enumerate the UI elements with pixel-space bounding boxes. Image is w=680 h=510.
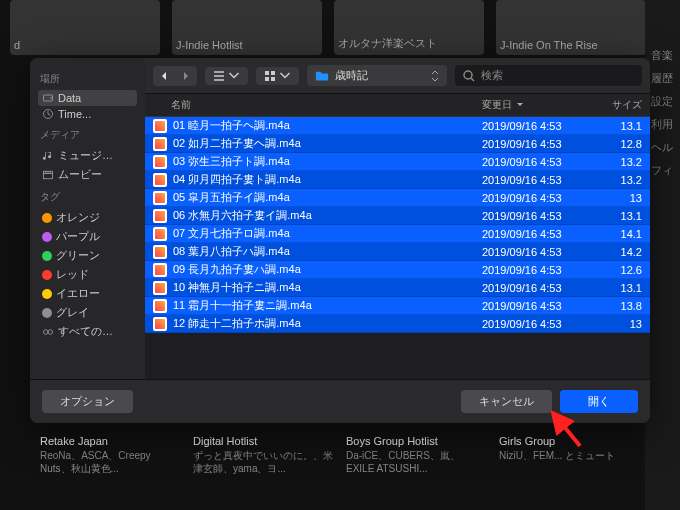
file-size: 13.1 [602,210,642,222]
file-date: 2019/09/16 4:53 [482,228,602,240]
audio-file-icon [153,191,167,205]
sidebar: 場所 DataTime... メディア ミュージ…ムービー タグ オレンジパープ… [30,58,145,379]
file-name: 03 弥生三拍子ト調.m4a [173,154,482,169]
tag-dot-icon [42,213,52,223]
svg-rect-8 [265,77,269,81]
bg-album: Digital Hotlistずっと真夜中でいいのに。、米津玄師、yama、ヨ.… [193,435,334,510]
file-row[interactable]: 11 霜月十一拍子婁ニ調.m4a2019/09/16 4:5313.8 [145,297,650,315]
bg-right-item: 利用 [651,117,674,132]
file-row[interactable]: 05 皐月五拍子イ調.m4a2019/09/16 4:5313 [145,189,650,207]
sidebar-item-パープル[interactable]: パープル [38,227,137,246]
open-button[interactable]: 開く [560,390,638,413]
svg-rect-6 [265,71,269,75]
audio-file-icon [153,119,167,133]
sidebar-item-label: イエロー [56,286,100,301]
file-row[interactable]: 01 睦月一拍子ヘ調.m4a2019/09/16 4:5313.1 [145,117,650,135]
audio-file-icon [153,281,167,295]
tag-dot-icon [42,270,52,280]
audio-file-icon [153,173,167,187]
file-date: 2019/09/16 4:53 [482,300,602,312]
dialog-footer: オプション キャンセル 開く [30,379,650,423]
svg-point-1 [50,97,52,99]
file-row[interactable]: 12 師走十二拍子ホ調.m4a2019/09/16 4:5313 [145,315,650,333]
file-row[interactable]: 03 弥生三拍子ト調.m4a2019/09/16 4:5313.2 [145,153,650,171]
tag-dot-icon [42,232,52,242]
file-name: 01 睦月一拍子ヘ調.m4a [173,118,482,133]
sidebar-item-label: パープル [56,229,100,244]
audio-file-icon [153,155,167,169]
file-list[interactable]: 01 睦月一拍子ヘ調.m4a2019/09/16 4:5313.102 如月二拍… [145,117,650,379]
cancel-button[interactable]: キャンセル [461,390,552,413]
sidebar-item-グレイ[interactable]: グレイ [38,303,137,322]
file-date: 2019/09/16 4:53 [482,138,602,150]
search-input[interactable]: 検索 [455,65,642,86]
bg-card: d [10,0,160,55]
audio-file-icon [153,299,167,313]
sidebar-item-label: Data [58,92,81,104]
sidebar-item-グリーン[interactable]: グリーン [38,246,137,265]
file-name: 12 師走十二拍子ホ調.m4a [173,316,482,331]
path-selector[interactable]: 歳時記 [307,65,447,86]
main-content: 歳時記 検索 名前 変更日 サイズ 01 睦月一拍子ヘ調.m4a2019/09/… [145,58,650,379]
sidebar-header-locations: 場所 [40,72,135,86]
file-name: 09 長月九拍子婁ハ調.m4a [173,262,482,277]
file-row[interactable]: 07 文月七拍子ロ調.m4a2019/09/16 4:5314.1 [145,225,650,243]
file-name: 08 葉月八拍子ハ調.m4a [173,244,482,259]
file-row[interactable]: 04 卯月四拍子婁ト調.m4a2019/09/16 4:5313.2 [145,171,650,189]
file-size: 12.8 [602,138,642,150]
file-row[interactable]: 08 葉月八拍子ハ調.m4a2019/09/16 4:5314.2 [145,243,650,261]
file-date: 2019/09/16 4:53 [482,264,602,276]
file-size: 13 [602,192,642,204]
file-size: 13.1 [602,282,642,294]
file-size: 14.1 [602,228,642,240]
sidebar-item-label: ミュージ… [58,148,113,163]
bg-right-item: 設定 [651,94,674,109]
sidebar-item-オレンジ[interactable]: オレンジ [38,208,137,227]
audio-file-icon [153,317,167,331]
svg-point-10 [464,71,472,79]
svg-point-5 [48,329,53,334]
file-size: 13.8 [602,300,642,312]
forward-button[interactable] [175,66,197,86]
column-size[interactable]: サイズ [602,98,642,112]
drive-icon [42,92,54,104]
sidebar-item-label: Time... [58,108,91,120]
sidebar-item-label: ムービー [58,167,102,182]
group-mode[interactable] [256,67,299,85]
file-size: 13.2 [602,156,642,168]
file-date: 2019/09/16 4:53 [482,282,602,294]
file-size: 13.2 [602,174,642,186]
bg-right-item: 音楽 [651,48,674,63]
sidebar-item-Time...[interactable]: Time... [38,106,137,122]
sidebar-all-tags[interactable]: すべての… [38,322,137,341]
file-date: 2019/09/16 4:53 [482,210,602,222]
audio-file-icon [153,137,167,151]
back-button[interactable] [153,66,175,86]
file-row[interactable]: 10 神無月十拍子ニ調.m4a2019/09/16 4:5313.1 [145,279,650,297]
column-name[interactable]: 名前 [153,98,482,112]
svg-rect-7 [271,71,275,75]
file-row[interactable]: 02 如月二拍子婁ヘ調.m4a2019/09/16 4:5312.8 [145,135,650,153]
sidebar-item-イエロー[interactable]: イエロー [38,284,137,303]
tag-dot-icon [42,289,52,299]
sidebar-item-レッド[interactable]: レッド [38,265,137,284]
view-mode-group[interactable] [205,67,248,85]
bg-album: Retake JapanReoNa、ASCA、Creepy Nuts、秋山黄色.… [40,435,181,510]
audio-file-icon [153,209,167,223]
column-date[interactable]: 変更日 [482,98,602,112]
tag-dot-icon [42,251,52,261]
file-row[interactable]: 06 水無月六拍子婁イ調.m4a2019/09/16 4:5313.1 [145,207,650,225]
sidebar-header-media: メディア [40,128,135,142]
file-row[interactable]: 09 長月九拍子婁ハ調.m4a2019/09/16 4:5312.6 [145,261,650,279]
sidebar-item-label: オレンジ [56,210,100,225]
file-size: 13.1 [602,120,642,132]
file-name: 02 如月二拍子婁ヘ調.m4a [173,136,482,151]
sidebar-item-ミュージ…[interactable]: ミュージ… [38,146,137,165]
sidebar-item-Data[interactable]: Data [38,90,137,106]
file-name: 04 卯月四拍子婁ト調.m4a [173,172,482,187]
svg-point-4 [44,329,49,334]
options-button[interactable]: オプション [42,390,133,413]
column-headers[interactable]: 名前 変更日 サイズ [145,94,650,117]
sidebar-item-ムービー[interactable]: ムービー [38,165,137,184]
file-name: 10 神無月十拍子ニ調.m4a [173,280,482,295]
